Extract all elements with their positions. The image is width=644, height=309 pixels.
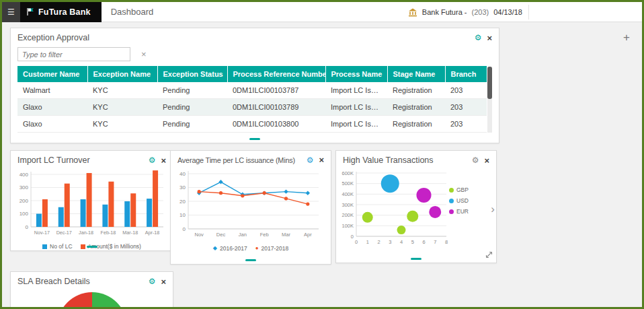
menu-button[interactable]: ☰ xyxy=(2,2,20,22)
widget-title: Average Time per LC issuance (Mins) xyxy=(177,156,301,164)
settings-gear-icon[interactable]: ⚙ xyxy=(149,277,156,285)
sla-pie-chart xyxy=(57,292,127,309)
table-cell: Import LC Issuance xyxy=(325,82,387,99)
svg-text:200K: 200K xyxy=(341,212,354,218)
widget-exception-approval: Exception Approval ⚙ × × Customer NameEx… xyxy=(10,28,499,143)
close-icon[interactable]: × xyxy=(161,156,166,165)
svg-text:Nov: Nov xyxy=(194,232,204,238)
column-header[interactable]: Process Reference Number xyxy=(227,66,325,82)
legend-item[interactable]: ◆2016-2017 xyxy=(213,245,247,252)
chart-legend: GBPUSDEUR xyxy=(449,186,469,215)
svg-text:4: 4 xyxy=(400,239,403,245)
filter-row: × xyxy=(11,45,499,66)
settings-gear-icon[interactable]: ⚙ xyxy=(149,156,156,164)
widget-pagination-dash[interactable] xyxy=(87,246,97,248)
bubble-chart-body: 0100K200K300K400K500K600K012345678 GBPUS… xyxy=(336,168,496,250)
widget-pagination-dash[interactable] xyxy=(411,258,421,260)
table-cell: 0DM1ILCI00103789 xyxy=(227,99,325,116)
table-cell: Walmart xyxy=(17,82,87,99)
svg-text:20: 20 xyxy=(179,199,186,205)
table-cell: 0DM1ILCI00103800 xyxy=(227,116,325,133)
svg-text:600K: 600K xyxy=(341,170,354,176)
flag-icon xyxy=(26,7,34,16)
close-icon[interactable]: × xyxy=(484,156,489,165)
svg-text:5: 5 xyxy=(411,239,414,245)
bank-icon xyxy=(408,8,417,17)
brand-logo[interactable]: FuTura Bank xyxy=(20,2,102,22)
brand-name: FuTura Bank xyxy=(38,7,91,17)
svg-text:Dec-17: Dec-17 xyxy=(56,230,72,236)
table-row[interactable]: WalmartKYCPending0DM1ILCI00103787Import … xyxy=(17,82,487,99)
column-header[interactable]: Process Name xyxy=(325,66,387,82)
table-cell: 0DM1ILCI00103787 xyxy=(227,82,325,99)
svg-text:400: 400 xyxy=(19,172,29,178)
avg-time-line-chart: 010203040NovDecJanFebMarApr xyxy=(171,167,325,244)
svg-text:Apr-18: Apr-18 xyxy=(145,230,160,236)
column-header[interactable]: Customer Name xyxy=(17,66,87,82)
table-cell: Pending xyxy=(157,82,227,99)
header-bank-info: Bank Futura - (203) 04/13/18 xyxy=(408,2,522,22)
table-cell: Glaxo xyxy=(17,99,87,116)
widget-header: High Value Transactions ⚙ × xyxy=(336,151,496,168)
exception-table-container: Customer NameException NameException Sta… xyxy=(17,66,492,133)
svg-text:Jan-18: Jan-18 xyxy=(79,230,93,236)
legend-item[interactable]: ●2017-2018 xyxy=(255,245,289,252)
settings-gear-icon[interactable]: ⚙ xyxy=(472,156,479,164)
header-date: 04/13/18 xyxy=(493,8,522,16)
column-header[interactable]: Stage Name xyxy=(387,66,445,82)
table-cell: KYC xyxy=(87,116,157,133)
svg-text:Feb-18: Feb-18 xyxy=(101,230,116,236)
clear-filter-icon[interactable]: × xyxy=(141,49,147,59)
table-row[interactable]: GlaxoKYCPending0DM1ILCI00103800Import LC… xyxy=(17,116,487,133)
carousel-next-icon[interactable]: › xyxy=(491,203,495,215)
table-scrollbar[interactable] xyxy=(487,67,492,133)
close-icon[interactable]: × xyxy=(487,34,492,42)
table-cell: Pending xyxy=(157,99,227,116)
column-header[interactable]: Exception Status xyxy=(157,66,227,82)
top-header: ☰ FuTura Bank Dashboard Bank Futura - (2… xyxy=(2,2,642,22)
legend-item[interactable]: EUR xyxy=(449,208,469,215)
legend-label: USD xyxy=(456,197,469,204)
resize-handle-icon[interactable] xyxy=(485,251,493,259)
column-header[interactable]: Branch xyxy=(445,66,487,82)
widget-title: Import LC Turnover xyxy=(17,156,143,165)
svg-text:40: 40 xyxy=(179,171,186,177)
table-cell: KYC xyxy=(87,82,157,99)
widget-pagination-dash[interactable] xyxy=(245,259,256,261)
legend-item[interactable]: USD xyxy=(449,197,469,204)
legend-label: 2017-2018 xyxy=(261,245,289,252)
widget-high-value-transactions: High Value Transactions ⚙ × 0100K200K300… xyxy=(335,150,497,263)
widget-pagination-dash[interactable] xyxy=(249,138,260,140)
svg-text:200: 200 xyxy=(19,198,29,204)
legend-item[interactable]: No of LC xyxy=(42,243,73,250)
widget-title: High Value Transactions xyxy=(343,156,467,165)
branch-code: (203) xyxy=(471,8,489,16)
legend-item[interactable]: GBP xyxy=(449,186,469,193)
svg-text:Jan: Jan xyxy=(239,232,247,238)
exception-table-body: WalmartKYCPending0DM1ILCI00103787Import … xyxy=(17,82,487,133)
widget-sla-breach-details: SLA Breach Details ⚙ × xyxy=(10,271,173,309)
table-cell: Pending xyxy=(157,116,227,133)
svg-text:0: 0 xyxy=(183,226,186,232)
svg-text:Nov-17: Nov-17 xyxy=(34,230,50,236)
table-cell: Registration xyxy=(387,82,445,99)
settings-gear-icon[interactable]: ⚙ xyxy=(307,156,314,164)
filter-input[interactable] xyxy=(17,47,130,61)
close-icon[interactable]: × xyxy=(161,277,166,286)
widget-header: Average Time per LC issuance (Mins) ⚙ × xyxy=(171,151,331,167)
table-row[interactable]: GlaxoKYCPending0DM1ILCI00103789Import LC… xyxy=(17,99,487,116)
close-icon[interactable]: × xyxy=(319,156,324,164)
widget-header: Exception Approval ⚙ × xyxy=(11,28,499,45)
settings-gear-icon[interactable]: ⚙ xyxy=(475,34,482,42)
add-widget-button[interactable]: + xyxy=(623,32,630,43)
scrollbar-thumb[interactable] xyxy=(487,67,492,99)
table-cell: Import LC Issuance xyxy=(325,116,387,133)
column-header[interactable]: Exception Name xyxy=(87,66,157,82)
table-cell: 203 xyxy=(445,99,487,116)
legend-swatch-icon: ● xyxy=(255,246,259,251)
svg-text:10: 10 xyxy=(179,212,186,218)
svg-text:1: 1 xyxy=(366,239,369,245)
table-cell: 203 xyxy=(445,116,487,133)
legend-swatch-icon xyxy=(81,244,85,249)
import-lc-turnover-bar-chart: 0100200300400Nov-17Dec-17Jan-18Feb-18Mar… xyxy=(11,168,167,242)
